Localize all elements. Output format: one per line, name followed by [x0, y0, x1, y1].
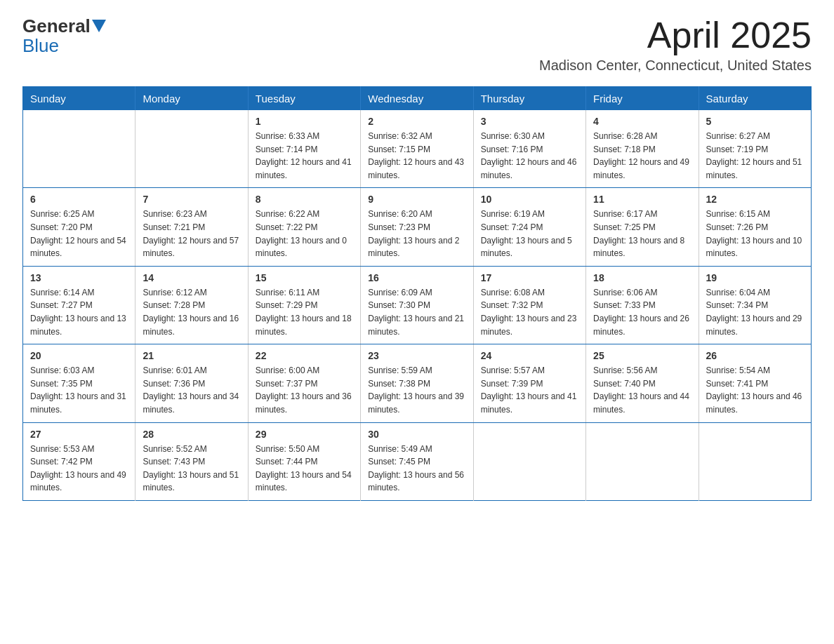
- calendar-day-cell: 30Sunrise: 5:49 AMSunset: 7:45 PMDayligh…: [361, 422, 473, 500]
- day-info: Sunrise: 6:17 AMSunset: 7:25 PMDaylight:…: [593, 208, 691, 260]
- calendar-day-cell: 17Sunrise: 6:08 AMSunset: 7:32 PMDayligh…: [473, 266, 585, 344]
- day-info: Sunrise: 5:53 AMSunset: 7:42 PMDaylight:…: [30, 443, 128, 495]
- calendar-week-row: 13Sunrise: 6:14 AMSunset: 7:27 PMDayligh…: [23, 266, 812, 344]
- logo-triangle-icon: [92, 20, 106, 32]
- day-info: Sunrise: 6:25 AMSunset: 7:20 PMDaylight:…: [30, 208, 128, 260]
- calendar-day-cell: 3Sunrise: 6:30 AMSunset: 7:16 PMDaylight…: [473, 110, 585, 188]
- calendar-day-cell: 2Sunrise: 6:32 AMSunset: 7:15 PMDaylight…: [361, 110, 473, 188]
- calendar-day-cell: 28Sunrise: 5:52 AMSunset: 7:43 PMDayligh…: [135, 422, 248, 500]
- day-info: Sunrise: 6:06 AMSunset: 7:33 PMDaylight:…: [593, 286, 691, 338]
- day-of-week-header: Tuesday: [248, 87, 360, 111]
- day-number: 3: [481, 116, 578, 127]
- day-info: Sunrise: 6:12 AMSunset: 7:28 PMDaylight:…: [143, 286, 240, 338]
- calendar-day-cell: 7Sunrise: 6:23 AMSunset: 7:21 PMDaylight…: [135, 188, 248, 266]
- day-number: 15: [256, 272, 353, 283]
- page-header: General Blue April 2025 Madison Center, …: [22, 17, 812, 83]
- calendar-day-cell: [473, 422, 585, 500]
- day-of-week-header: Friday: [586, 87, 699, 111]
- day-number: 27: [30, 429, 128, 440]
- calendar-day-cell: 12Sunrise: 6:15 AMSunset: 7:26 PMDayligh…: [699, 188, 811, 266]
- day-number: 9: [368, 194, 465, 205]
- day-info: Sunrise: 6:09 AMSunset: 7:30 PMDaylight:…: [368, 286, 465, 338]
- calendar-day-cell: 4Sunrise: 6:28 AMSunset: 7:18 PMDaylight…: [586, 110, 699, 188]
- day-of-week-header: Thursday: [473, 87, 585, 111]
- day-info: Sunrise: 5:50 AMSunset: 7:44 PMDaylight:…: [256, 443, 353, 495]
- calendar-day-cell: 21Sunrise: 6:01 AMSunset: 7:36 PMDayligh…: [135, 344, 248, 422]
- month-title: April 2025: [539, 17, 812, 53]
- day-number: 29: [256, 429, 353, 440]
- day-number: 17: [481, 272, 578, 283]
- day-info: Sunrise: 6:11 AMSunset: 7:29 PMDaylight:…: [256, 286, 353, 338]
- day-info: Sunrise: 6:33 AMSunset: 7:14 PMDaylight:…: [256, 130, 353, 182]
- calendar-day-cell: [23, 110, 135, 188]
- day-info: Sunrise: 6:15 AMSunset: 7:26 PMDaylight:…: [706, 208, 804, 260]
- day-info: Sunrise: 6:20 AMSunset: 7:23 PMDaylight:…: [368, 208, 465, 260]
- day-number: 20: [30, 350, 128, 361]
- day-info: Sunrise: 5:49 AMSunset: 7:45 PMDaylight:…: [368, 443, 465, 495]
- calendar-day-cell: 14Sunrise: 6:12 AMSunset: 7:28 PMDayligh…: [135, 266, 248, 344]
- calendar-day-cell: 27Sunrise: 5:53 AMSunset: 7:42 PMDayligh…: [23, 422, 135, 500]
- day-of-week-header: Saturday: [699, 87, 811, 111]
- day-number: 30: [368, 429, 465, 440]
- calendar-day-cell: 8Sunrise: 6:22 AMSunset: 7:22 PMDaylight…: [248, 188, 360, 266]
- calendar-day-cell: 29Sunrise: 5:50 AMSunset: 7:44 PMDayligh…: [248, 422, 360, 500]
- day-number: 28: [143, 429, 240, 440]
- calendar-day-cell: 15Sunrise: 6:11 AMSunset: 7:29 PMDayligh…: [248, 266, 360, 344]
- day-number: 7: [143, 194, 240, 205]
- calendar-day-cell: 26Sunrise: 5:54 AMSunset: 7:41 PMDayligh…: [699, 344, 811, 422]
- day-number: 11: [593, 194, 691, 205]
- day-number: 12: [706, 194, 804, 205]
- day-number: 23: [368, 350, 465, 361]
- day-info: Sunrise: 6:03 AMSunset: 7:35 PMDaylight:…: [30, 364, 128, 416]
- day-number: 2: [368, 116, 465, 127]
- calendar-day-cell: 23Sunrise: 5:59 AMSunset: 7:38 PMDayligh…: [361, 344, 473, 422]
- day-number: 6: [30, 194, 128, 205]
- day-info: Sunrise: 5:52 AMSunset: 7:43 PMDaylight:…: [143, 443, 240, 495]
- day-info: Sunrise: 6:32 AMSunset: 7:15 PMDaylight:…: [368, 130, 465, 182]
- day-info: Sunrise: 6:00 AMSunset: 7:37 PMDaylight:…: [256, 364, 353, 416]
- day-number: 18: [593, 272, 691, 283]
- day-info: Sunrise: 5:59 AMSunset: 7:38 PMDaylight:…: [368, 364, 465, 416]
- day-number: 19: [706, 272, 804, 283]
- calendar-header-row: SundayMondayTuesdayWednesdayThursdayFrid…: [23, 87, 812, 111]
- day-of-week-header: Sunday: [23, 87, 135, 111]
- logo: General Blue: [22, 17, 107, 57]
- location-title: Madison Center, Connecticut, United Stat…: [539, 58, 812, 74]
- calendar-day-cell: 20Sunrise: 6:03 AMSunset: 7:35 PMDayligh…: [23, 344, 135, 422]
- day-info: Sunrise: 6:28 AMSunset: 7:18 PMDaylight:…: [593, 130, 691, 182]
- day-number: 1: [256, 116, 353, 127]
- calendar-day-cell: 9Sunrise: 6:20 AMSunset: 7:23 PMDaylight…: [361, 188, 473, 266]
- calendar-week-row: 27Sunrise: 5:53 AMSunset: 7:42 PMDayligh…: [23, 422, 812, 500]
- day-number: 13: [30, 272, 128, 283]
- calendar-day-cell: [699, 422, 811, 500]
- day-number: 22: [256, 350, 353, 361]
- calendar-day-cell: 1Sunrise: 6:33 AMSunset: 7:14 PMDaylight…: [248, 110, 360, 188]
- day-info: Sunrise: 6:08 AMSunset: 7:32 PMDaylight:…: [481, 286, 578, 338]
- calendar-day-cell: [135, 110, 248, 188]
- calendar-week-row: 1Sunrise: 6:33 AMSunset: 7:14 PMDaylight…: [23, 110, 812, 188]
- day-info: Sunrise: 6:22 AMSunset: 7:22 PMDaylight:…: [256, 208, 353, 260]
- calendar-day-cell: [586, 422, 699, 500]
- logo-blue-text: Blue: [22, 35, 59, 56]
- calendar-day-cell: 11Sunrise: 6:17 AMSunset: 7:25 PMDayligh…: [586, 188, 699, 266]
- calendar-day-cell: 22Sunrise: 6:00 AMSunset: 7:37 PMDayligh…: [248, 344, 360, 422]
- day-number: 25: [593, 350, 691, 361]
- day-info: Sunrise: 6:23 AMSunset: 7:21 PMDaylight:…: [143, 208, 240, 260]
- calendar-week-row: 6Sunrise: 6:25 AMSunset: 7:20 PMDaylight…: [23, 188, 812, 266]
- calendar-day-cell: 6Sunrise: 6:25 AMSunset: 7:20 PMDaylight…: [23, 188, 135, 266]
- day-info: Sunrise: 6:14 AMSunset: 7:27 PMDaylight:…: [30, 286, 128, 338]
- day-info: Sunrise: 5:56 AMSunset: 7:40 PMDaylight:…: [593, 364, 691, 416]
- day-number: 14: [143, 272, 240, 283]
- calendar-day-cell: 10Sunrise: 6:19 AMSunset: 7:24 PMDayligh…: [473, 188, 585, 266]
- title-block: April 2025 Madison Center, Connecticut, …: [539, 17, 812, 83]
- day-number: 26: [706, 350, 804, 361]
- calendar-day-cell: 13Sunrise: 6:14 AMSunset: 7:27 PMDayligh…: [23, 266, 135, 344]
- calendar-day-cell: 16Sunrise: 6:09 AMSunset: 7:30 PMDayligh…: [361, 266, 473, 344]
- day-info: Sunrise: 6:04 AMSunset: 7:34 PMDaylight:…: [706, 286, 804, 338]
- day-number: 24: [481, 350, 578, 361]
- day-number: 10: [481, 194, 578, 205]
- calendar-day-cell: 5Sunrise: 6:27 AMSunset: 7:19 PMDaylight…: [699, 110, 811, 188]
- day-info: Sunrise: 6:01 AMSunset: 7:36 PMDaylight:…: [143, 364, 240, 416]
- day-of-week-header: Wednesday: [361, 87, 473, 111]
- day-number: 21: [143, 350, 240, 361]
